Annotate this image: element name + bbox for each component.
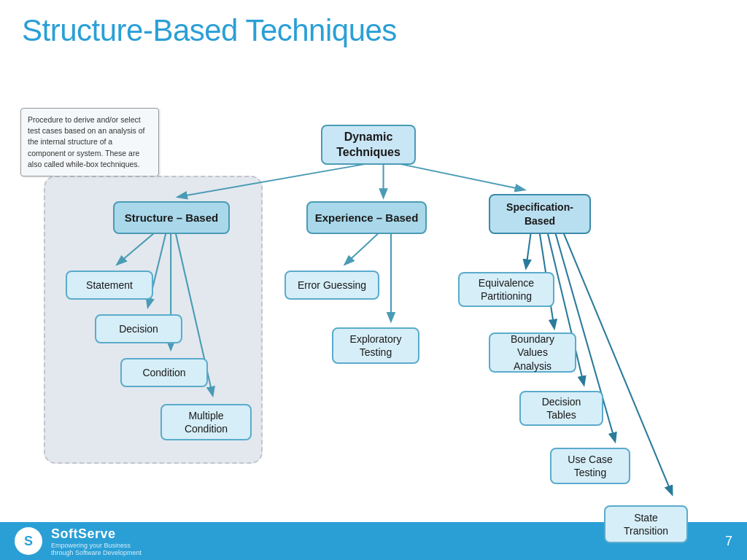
tagline-1: Empowering your Business: [51, 542, 142, 549]
equivalence-label: EquivalencePartitioning: [479, 276, 534, 303]
equivalence-partitioning-node: EquivalencePartitioning: [458, 272, 554, 307]
tooltip-box: Procedure to derive and/or select test c…: [20, 108, 159, 176]
slide-title: Structure-Based Techniques: [0, 0, 747, 55]
footer-logo: S SoftServe Empowering your Business thr…: [15, 526, 142, 556]
page-number: 7: [725, 534, 732, 549]
use-case-testing-node: Use CaseTesting: [550, 448, 630, 484]
condition-label: Condition: [142, 366, 185, 379]
decision-node: Decision: [95, 314, 182, 343]
structure-based-node: Structure – Based: [113, 201, 230, 234]
statement-label: Statement: [86, 279, 133, 292]
specification-label: Specification-Based: [506, 201, 573, 227]
structure-label: Structure – Based: [125, 211, 218, 225]
decision-tables-node: DecisionTables: [519, 391, 603, 426]
dynamic-label: DynamicTechniques: [336, 130, 400, 160]
svg-line-2: [395, 163, 524, 190]
boundary-values-node: BoundaryValuesAnalysis: [489, 332, 576, 373]
boundary-label: BoundaryValuesAnalysis: [511, 332, 554, 373]
error-label: Error Guessing: [298, 279, 366, 292]
experience-based-node: Experience – Based: [306, 201, 427, 234]
error-guessing-node: Error Guessing: [285, 271, 379, 300]
slide: Structure-Based Techniques Procedure to …: [0, 0, 747, 560]
multiple-label: MultipleCondition: [185, 409, 228, 435]
exploratory-label: ExploratoryTesting: [350, 332, 402, 359]
footer-brand: SoftServe Empowering your Business throu…: [51, 526, 142, 556]
multiple-condition-node: MultipleCondition: [160, 404, 252, 440]
statement-node: Statement: [66, 271, 153, 300]
condition-node: Condition: [120, 358, 208, 387]
tagline-2: through Software Development: [51, 549, 142, 556]
dynamic-techniques-node: DynamicTechniques: [321, 125, 416, 165]
slide-content: Procedure to derive and/or select test c…: [0, 55, 747, 522]
state-label: StateTransition: [624, 511, 668, 537]
decision-label: Decision: [119, 322, 158, 335]
decision-tables-label: DecisionTables: [542, 395, 581, 421]
tooltip-text: Procedure to derive and/or select test c…: [28, 115, 145, 168]
exploratory-testing-node: ExploratoryTesting: [332, 327, 419, 364]
brand-name: SoftServe: [51, 526, 142, 542]
state-transition-node: StateTransition: [604, 505, 688, 543]
svg-line-9: [526, 229, 531, 268]
use-case-label: Use CaseTesting: [568, 453, 612, 479]
logo-icon: S: [15, 527, 42, 555]
specification-based-node: Specification-Based: [489, 194, 591, 234]
experience-label: Experience – Based: [315, 211, 419, 225]
